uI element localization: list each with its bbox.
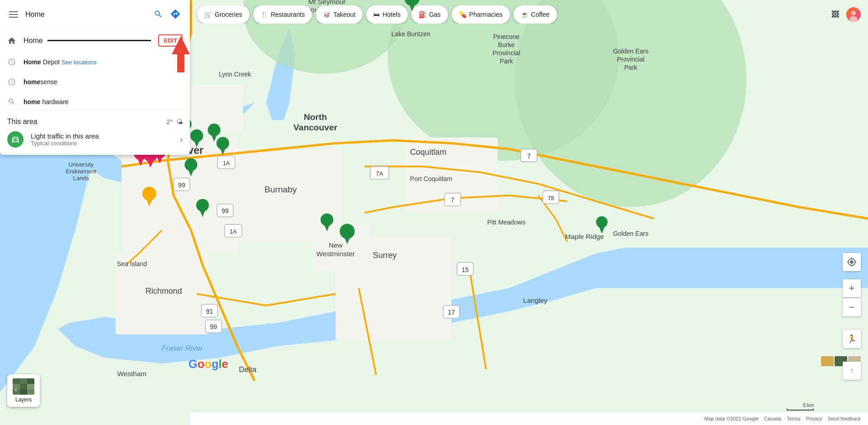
suggestion-title: Home Depot See locations: [24, 58, 97, 66]
svg-point-64: [321, 213, 333, 226]
chip-pharmacies[interactable]: 💊 Pharmacies: [452, 5, 510, 24]
suggestion-homesense[interactable]: homesense: [0, 72, 190, 92]
home-saved-item[interactable]: Home EDIT: [0, 29, 190, 52]
pegman-button[interactable]: 🏃: [843, 330, 861, 348]
directions-button[interactable]: [166, 5, 184, 24]
svg-text:Golden Ears: Golden Ears: [613, 230, 648, 237]
suggestion-title-3: home hardware: [24, 98, 69, 105]
avatar-button[interactable]: [846, 7, 861, 22]
clock-icon-2: [7, 77, 16, 86]
traffic-header: This area 2° 🌤: [7, 118, 183, 126]
svg-text:Langley: Langley: [523, 296, 547, 304]
cart-icon: 🛒: [204, 11, 212, 18]
layers-label: Layers: [15, 396, 32, 403]
traffic-status-item[interactable]: Light traffic in this area Typical condi…: [7, 131, 183, 148]
svg-text:Lake Buntzen: Lake Buntzen: [392, 30, 430, 38]
coffee-icon: ☕: [521, 11, 528, 18]
svg-rect-124: [835, 13, 836, 15]
chip-gas[interactable]: ⛽ Gas: [411, 5, 448, 24]
edit-button[interactable]: EDIT: [158, 34, 183, 47]
svg-text:Port Coquitlam: Port Coquitlam: [410, 175, 452, 182]
category-bar: 🛒 Groceries 🍴 Restaurants 🥡 Takeout 🛏 Ho…: [190, 5, 564, 24]
location-button[interactable]: [843, 253, 861, 271]
layers-thumbnail: ⊕: [13, 378, 34, 395]
svg-text:Burke: Burke: [498, 41, 515, 48]
svg-text:1A: 1A: [230, 228, 237, 235]
map-type-default[interactable]: [821, 356, 834, 366]
svg-point-54: [190, 129, 203, 142]
svg-text:Richmond: Richmond: [146, 287, 182, 296]
menu-button[interactable]: [5, 8, 22, 21]
temperature: 2°: [167, 118, 173, 125]
right-icons: [830, 7, 868, 22]
search-icon-2: [7, 97, 16, 106]
svg-text:New: New: [329, 241, 343, 249]
svg-rect-126: [832, 16, 834, 18]
svg-rect-120: [832, 10, 834, 12]
chip-takeout[interactable]: 🥡 Takeout: [316, 5, 363, 24]
home-underline: [47, 40, 151, 41]
layers-button[interactable]: ⊕ Layers: [7, 374, 40, 407]
clock-icon: [7, 57, 16, 67]
chip-coffee[interactable]: ☕ Coffee: [514, 5, 557, 24]
scale-bar: 5 km: [787, 402, 814, 411]
search-input[interactable]: Home: [25, 10, 150, 19]
svg-text:Westminster: Westminster: [316, 250, 355, 258]
grid-button[interactable]: [830, 9, 841, 21]
chip-restaurants[interactable]: 🍴 Restaurants: [253, 5, 312, 24]
expand-button[interactable]: ↑: [843, 362, 861, 380]
search-dropdown: Home EDIT Home Depot See locations homes…: [0, 29, 190, 112]
traffic-weather: 2° 🌤: [167, 118, 183, 125]
svg-text:Sea Island: Sea Island: [117, 260, 147, 267]
svg-text:Lands: Lands: [73, 175, 89, 181]
svg-text:78: 78: [547, 195, 554, 201]
fork-icon: 🍴: [260, 11, 268, 18]
svg-text:Westham: Westham: [118, 370, 147, 377]
search-button[interactable]: [150, 6, 166, 24]
svg-rect-138: [27, 378, 34, 384]
svg-text:Endowment: Endowment: [66, 168, 96, 175]
gas-icon: ⛽: [419, 11, 426, 18]
scale-label: 5 km: [803, 402, 814, 408]
svg-point-56: [208, 124, 221, 136]
privacy-link[interactable]: Privacy: [806, 416, 822, 421]
suggestion-home-depot[interactable]: Home Depot See locations: [0, 52, 190, 72]
chevron-right-icon: ›: [180, 135, 183, 144]
svg-point-131: [849, 16, 858, 22]
traffic-panel: This area 2° 🌤 Light traffic in this are…: [0, 110, 190, 155]
terms-link[interactable]: Terms: [787, 416, 801, 421]
home-text-area: Home: [24, 37, 151, 45]
suggestion-text-home-depot: Home Depot See locations: [24, 58, 97, 66]
partly-cloudy-icon: 🌤: [176, 118, 183, 125]
svg-text:7: 7: [451, 196, 454, 204]
svg-text:1A: 1A: [223, 160, 230, 167]
svg-text:Provincial: Provincial: [492, 49, 520, 57]
zoom-in-button[interactable]: +: [843, 279, 861, 297]
svg-rect-143: [20, 389, 27, 395]
traffic-conditions: Typical conditions: [31, 140, 99, 147]
svg-text:Pinecone: Pinecone: [493, 33, 520, 40]
suggestion-home-hardware[interactable]: home hardware: [0, 92, 190, 112]
svg-text:Fraser River: Fraser River: [161, 344, 203, 353]
chip-hotels[interactable]: 🛏 Hotels: [366, 5, 408, 24]
svg-text:Coquitlam: Coquitlam: [410, 148, 447, 157]
send-feedback-link[interactable]: Send feedback: [828, 416, 861, 421]
map-copyright: Map data ©2022 Google: [704, 416, 759, 421]
svg-text:Burnaby: Burnaby: [264, 185, 297, 194]
svg-text:North: North: [304, 112, 327, 122]
svg-rect-137: [20, 378, 27, 384]
svg-rect-136: [13, 378, 20, 384]
scale-line: [787, 409, 814, 411]
svg-point-68: [596, 216, 608, 228]
zoom-out-button[interactable]: −: [843, 298, 861, 316]
traffic-status: Light traffic in this area: [31, 132, 99, 140]
traffic-title: This area: [7, 118, 38, 126]
svg-text:Park: Park: [500, 57, 514, 65]
suggestion-title-2: homesense: [24, 78, 57, 86]
svg-rect-125: [837, 13, 839, 15]
chip-groceries[interactable]: 🛒 Groceries: [197, 5, 250, 24]
svg-rect-123: [832, 13, 834, 15]
svg-point-58: [217, 137, 229, 149]
svg-text:7: 7: [527, 153, 531, 160]
svg-point-134: [17, 140, 18, 141]
